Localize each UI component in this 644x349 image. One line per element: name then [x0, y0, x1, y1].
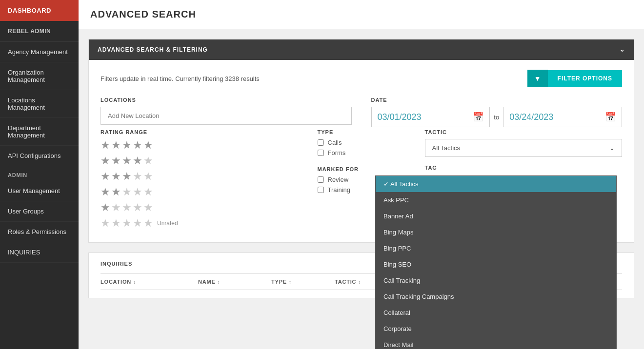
- sort-icon-type[interactable]: ↕: [289, 279, 292, 285]
- star-1-1[interactable]: ★: [101, 201, 110, 214]
- panel-header: ADVANCED SEARCH & FILTERING ⌄: [89, 39, 634, 60]
- star-5-1[interactable]: ★: [101, 139, 110, 152]
- type-calls-checkbox[interactable]: [318, 139, 324, 146]
- sort-icon-location[interactable]: ↕: [133, 279, 136, 285]
- sidebar-item-department-management[interactable]: Department Management: [0, 118, 79, 146]
- star-2-4[interactable]: ★: [133, 186, 142, 198]
- locations-group: LOCATIONS: [101, 97, 352, 127]
- dropdown-item-corporate[interactable]: Corporate: [376, 321, 616, 337]
- type-calls-item: Calls: [318, 139, 405, 146]
- type-forms-checkbox[interactable]: [318, 150, 324, 156]
- dropdown-item-bing-maps[interactable]: Bing Maps: [376, 224, 616, 240]
- star-u-1[interactable]: ★: [101, 217, 110, 230]
- star-u-3[interactable]: ★: [122, 217, 132, 230]
- col-header-location[interactable]: LOCATION ↕: [101, 279, 198, 285]
- type-forms-item: Forms: [318, 149, 405, 156]
- dropdown-item-collateral[interactable]: Collateral: [376, 305, 616, 321]
- date-end-input[interactable]: 03/24/2023 📅: [503, 107, 622, 127]
- star-1-3[interactable]: ★: [122, 201, 132, 214]
- sidebar-item-user-groups[interactable]: User Groups: [0, 201, 79, 222]
- dropdown-item-direct-mail[interactable]: Direct Mail: [376, 337, 616, 349]
- star-2-3[interactable]: ★: [122, 186, 132, 198]
- star-3-1[interactable]: ★: [101, 170, 110, 183]
- star-2-5[interactable]: ★: [143, 186, 153, 198]
- marked-review-checkbox[interactable]: [318, 176, 324, 183]
- sidebar: DASHBOARD REBEL ADMIN Agency Management …: [0, 0, 79, 349]
- star-1-2[interactable]: ★: [111, 201, 121, 214]
- panel-collapse-icon[interactable]: ⌄: [620, 46, 625, 53]
- stars-row-3[interactable]: ★ ★ ★ ★ ★: [101, 170, 298, 183]
- star-4-5[interactable]: ★: [143, 155, 153, 167]
- sidebar-item-api-configurations[interactable]: API Configurations: [0, 146, 79, 166]
- star-u-4[interactable]: ★: [133, 217, 142, 230]
- dropdown-item-bing-seo[interactable]: Bing SEO: [376, 256, 616, 272]
- type-calls-label: Calls: [328, 139, 342, 146]
- col-header-type[interactable]: TYPE ↕: [271, 279, 335, 285]
- star-1-5[interactable]: ★: [143, 201, 153, 214]
- star-1-4[interactable]: ★: [133, 201, 142, 214]
- sort-icon-tactic[interactable]: ↕: [358, 279, 361, 285]
- star-3-5[interactable]: ★: [143, 170, 153, 183]
- filter-button-label: FILTER OPTIONS: [548, 70, 622, 87]
- filter-options-button[interactable]: ▼ FILTER OPTIONS: [527, 70, 622, 87]
- filter-bar: Filters update in real time. Currently f…: [101, 70, 622, 87]
- tactic-select[interactable]: All Tactics ⌄: [425, 139, 623, 157]
- tactics-dropdown: All Tactics Ask PPC Banner Ad Bing Maps …: [375, 175, 617, 349]
- sidebar-item-organization-management[interactable]: Organization Management: [0, 62, 79, 90]
- marked-training-label: Training: [328, 186, 350, 194]
- form-grid-top: LOCATIONS DATE 03/01/2023 📅 to 03/24/202…: [101, 97, 622, 127]
- dropdown-item-call-tracking-campaigns[interactable]: Call Tracking Campaigns: [376, 289, 616, 305]
- star-4-4[interactable]: ★: [133, 155, 142, 167]
- filter-icon: ▼: [527, 70, 548, 87]
- dropdown-item-call-tracking[interactable]: Call Tracking: [376, 272, 616, 289]
- calendar-icon-start[interactable]: 📅: [473, 112, 483, 122]
- star-5-5[interactable]: ★: [143, 139, 153, 152]
- stars-row-unrated[interactable]: ★ ★ ★ ★ ★ Unrated: [101, 217, 298, 230]
- star-5-4[interactable]: ★: [133, 139, 142, 152]
- star-5-3[interactable]: ★: [122, 139, 132, 152]
- star-5-2[interactable]: ★: [111, 139, 121, 152]
- star-3-4[interactable]: ★: [133, 170, 142, 183]
- col-header-name[interactable]: NAME ↕: [198, 279, 271, 285]
- dropdown-item-banner-ad[interactable]: Banner Ad: [376, 208, 616, 224]
- date-end-value: 03/24/2023: [509, 112, 553, 122]
- stars-row-5[interactable]: ★ ★ ★ ★ ★: [101, 139, 298, 152]
- sidebar-dashboard[interactable]: DASHBOARD: [0, 0, 79, 21]
- type-label: TYPE: [318, 129, 405, 135]
- sidebar-item-locations-management[interactable]: Locations Management: [0, 90, 79, 118]
- sidebar-item-roles-permissions[interactable]: Roles & Permissions: [0, 222, 79, 242]
- date-start-input[interactable]: 03/01/2023 📅: [371, 107, 490, 127]
- panel-header-label: ADVANCED SEARCH & FILTERING: [98, 46, 208, 53]
- sidebar-rebel-admin: REBEL ADMIN: [0, 21, 79, 42]
- star-2-1[interactable]: ★: [101, 186, 110, 198]
- star-4-1[interactable]: ★: [101, 155, 110, 167]
- location-input[interactable]: [101, 107, 352, 125]
- dropdown-item-bing-ppc[interactable]: Bing PPC: [376, 240, 616, 256]
- dropdown-item-ask-ppc[interactable]: Ask PPC: [376, 192, 616, 208]
- page-title: ADVANCED SEARCH: [90, 9, 632, 20]
- calendar-icon-end[interactable]: 📅: [605, 112, 616, 122]
- star-2-2[interactable]: ★: [111, 186, 121, 198]
- sort-icon-name[interactable]: ↕: [218, 279, 221, 285]
- date-start-value: 03/01/2023: [378, 112, 422, 122]
- rating-range-group: RATING RANGE ★ ★ ★ ★ ★ ★ ★ ★ ★: [101, 129, 298, 233]
- date-label: DATE: [371, 97, 623, 103]
- star-u-2[interactable]: ★: [111, 217, 121, 230]
- tactic-label: TACTIC: [425, 129, 623, 135]
- star-4-3[interactable]: ★: [122, 155, 132, 167]
- star-4-2[interactable]: ★: [111, 155, 121, 167]
- star-3-2[interactable]: ★: [111, 170, 121, 183]
- sidebar-item-inquiries[interactable]: INQUIRIES: [0, 242, 79, 263]
- star-3-3[interactable]: ★: [122, 170, 132, 183]
- marked-training-checkbox[interactable]: [318, 187, 324, 193]
- sidebar-item-user-management[interactable]: User Management: [0, 181, 79, 201]
- stars-row-4[interactable]: ★ ★ ★ ★ ★: [101, 155, 298, 167]
- stars-row-2[interactable]: ★ ★ ★ ★ ★: [101, 186, 298, 198]
- sidebar-item-agency-management[interactable]: Agency Management: [0, 42, 79, 62]
- dropdown-item-all-tactics[interactable]: All Tactics: [376, 176, 616, 192]
- stars-row-1[interactable]: ★ ★ ★ ★ ★: [101, 201, 298, 214]
- locations-label: LOCATIONS: [101, 97, 352, 103]
- star-u-5[interactable]: ★: [143, 217, 153, 230]
- rating-range-label: RATING RANGE: [101, 129, 298, 135]
- tactic-chevron-icon: ⌄: [609, 144, 615, 152]
